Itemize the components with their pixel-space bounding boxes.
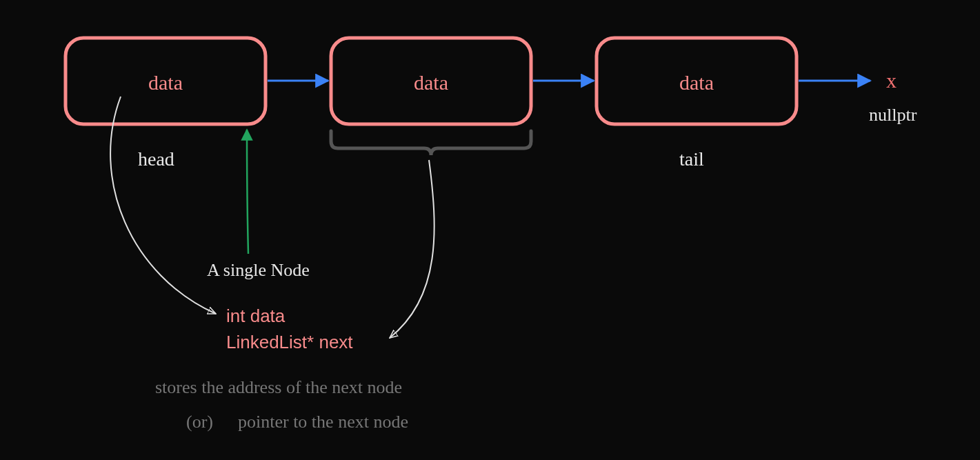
arrow-single-node <box>247 130 248 254</box>
nullptr-x: x <box>886 69 897 92</box>
code-line-1: int data <box>226 306 286 326</box>
node-2: data <box>331 38 531 124</box>
node-1-label: data <box>148 71 183 94</box>
nullptr-label: nullptr <box>869 105 917 125</box>
desc-line-2: pointer to the next node <box>238 412 408 432</box>
desc-line-1: stores the address of the next node <box>155 377 402 397</box>
node-2-label: data <box>414 71 448 94</box>
arrow-data-field <box>110 97 216 314</box>
node-bracket <box>331 131 531 155</box>
head-label: head <box>138 148 174 170</box>
node-3: data <box>597 38 797 124</box>
code-line-2: LinkedList* next <box>226 332 353 352</box>
linked-list-diagram: data data data x nullptr head tail A sin… <box>0 0 980 460</box>
node-1: data <box>66 38 266 124</box>
single-node-label: A single Node <box>207 260 310 280</box>
desc-or: (or) <box>186 412 213 432</box>
tail-label: tail <box>679 148 704 170</box>
node-3-label: data <box>679 71 714 94</box>
arrow-next-field <box>390 160 434 338</box>
